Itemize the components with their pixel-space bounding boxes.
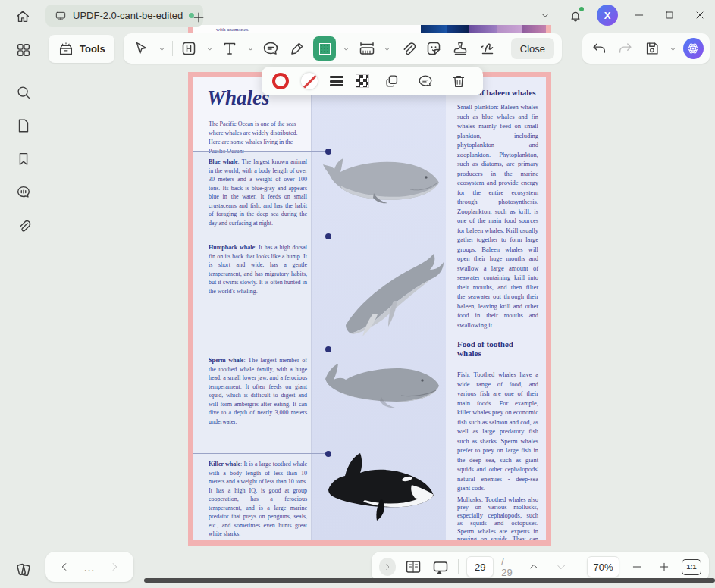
- sticker-tool-button[interactable]: [424, 38, 444, 59]
- tools-label: Tools: [80, 43, 105, 55]
- sticker-icon: [425, 39, 443, 58]
- chevron-down-icon: [383, 45, 391, 53]
- maximize-button[interactable]: [654, 0, 685, 30]
- avatar[interactable]: X: [597, 5, 618, 26]
- heading-tool-button[interactable]: [179, 38, 199, 59]
- save-button[interactable]: [641, 38, 662, 59]
- updf-app-window: UPDF-2.0-cant-be-edited X: [0, 0, 715, 588]
- opacity-button[interactable]: [356, 74, 369, 88]
- stamp-icon: [451, 39, 469, 58]
- minimize-button[interactable]: [624, 0, 654, 30]
- pen-tool-button[interactable]: [287, 38, 307, 59]
- timeline-rule-humpback-whale: [193, 236, 331, 236]
- timeline-rule-sperm-whale: [193, 349, 331, 349]
- sperm-whale-text: : The largest member of the toothed whal…: [209, 357, 307, 425]
- document-tab[interactable]: UPDF-2.0-cant-be-edited: [45, 5, 203, 27]
- duplicate-annotation-button[interactable]: [381, 70, 403, 92]
- home-icon: [14, 8, 31, 25]
- save-dropdown[interactable]: [668, 44, 677, 53]
- zoom-out-button[interactable]: [627, 556, 647, 577]
- zoom-level-value: 70%: [594, 561, 613, 573]
- zoom-level-display[interactable]: 70%: [587, 556, 619, 577]
- search-icon: [15, 84, 32, 101]
- bookmark-icon: [15, 151, 32, 167]
- chevron-right-icon: [383, 562, 392, 571]
- page-number-input[interactable]: [466, 556, 494, 577]
- heading-tool-dropdown[interactable]: [205, 44, 213, 53]
- collapse-panel-button[interactable]: [379, 558, 396, 576]
- shape-tool-dropdown[interactable]: [342, 44, 350, 53]
- select-tool-button[interactable]: [131, 38, 152, 59]
- page-down-button[interactable]: [551, 556, 571, 577]
- chevron-down-icon: [539, 9, 551, 21]
- presentation-mode-button[interactable]: [431, 556, 450, 577]
- document-tab-icon: [55, 10, 67, 22]
- horizontal-scrollbar[interactable]: [144, 578, 715, 583]
- window-menu-button[interactable]: [530, 0, 560, 30]
- chevron-right-icon: [108, 561, 121, 573]
- previous-page-button[interactable]: [54, 556, 75, 577]
- signature-icon: [478, 39, 496, 58]
- select-tool-dropdown[interactable]: [158, 44, 166, 53]
- delete-annotation-button[interactable]: [448, 70, 469, 92]
- close-window-button[interactable]: [685, 0, 715, 30]
- square-shape-icon: [319, 43, 331, 55]
- timeline-dot: [325, 451, 331, 457]
- sidebar-item-attachments[interactable]: [13, 215, 34, 236]
- text-tool-dropdown[interactable]: [246, 44, 254, 53]
- tools-icon: [58, 41, 74, 58]
- sidebar-item-thumbnails[interactable]: [13, 39, 34, 61]
- sidebar-item-pages[interactable]: [13, 115, 34, 136]
- page-up-button[interactable]: [524, 556, 544, 577]
- zoom-in-button[interactable]: [654, 556, 674, 577]
- measure-tool-button[interactable]: [357, 38, 378, 59]
- shape-tool-button-active[interactable]: [313, 36, 336, 61]
- tools-button[interactable]: Tools: [49, 35, 114, 63]
- timeline-dot: [325, 233, 331, 239]
- history-toolbar: [582, 33, 710, 64]
- notification-dot: [579, 7, 584, 11]
- ai-atom-icon: [685, 41, 701, 56]
- line-thickness-button[interactable]: [330, 76, 343, 86]
- stroke-color-red-swatch[interactable]: [272, 73, 289, 89]
- signature-tool-button[interactable]: [476, 38, 497, 59]
- reading-theme-button[interactable]: [14, 558, 35, 580]
- stamp-tool-button[interactable]: [450, 38, 471, 59]
- blue-whale-text: : The largest known animal in the world,…: [209, 158, 307, 227]
- close-tools-button[interactable]: Close: [511, 38, 554, 59]
- document-title: Whales: [207, 86, 270, 110]
- comment-annotation-button[interactable]: [415, 70, 436, 92]
- toolbar-divider: [503, 41, 503, 56]
- text-icon: [221, 39, 239, 58]
- comment-icon: [417, 73, 434, 89]
- chevron-down-icon: [555, 561, 567, 573]
- redo-button[interactable]: [615, 38, 635, 59]
- sidebar-item-bookmarks[interactable]: [13, 149, 34, 170]
- measure-tool-dropdown[interactable]: [383, 44, 391, 53]
- page-total-label: / 29: [501, 555, 516, 578]
- ai-assistant-button[interactable]: [683, 38, 704, 59]
- comment-tool-button[interactable]: [261, 38, 281, 59]
- chevron-left-icon: [58, 561, 71, 573]
- sidebar-item-annotations[interactable]: [13, 182, 34, 203]
- home-button[interactable]: [12, 6, 33, 27]
- ruler-icon: [358, 39, 376, 58]
- text-tool-button[interactable]: [220, 38, 240, 59]
- no-fill-swatch[interactable]: [301, 73, 318, 89]
- paperclip-icon: [399, 39, 417, 58]
- sidebar-item-search[interactable]: [13, 82, 34, 103]
- pdf-page[interactable]: Whales The Pacific Ocean is one of the s…: [188, 72, 551, 546]
- attachment-tool-button[interactable]: [398, 38, 419, 59]
- title-bar: UPDF-2.0-cant-be-edited X: [0, 0, 715, 30]
- toolbar-divider: [172, 41, 173, 56]
- next-page-button[interactable]: [104, 556, 125, 577]
- more-pages-button[interactable]: …: [83, 561, 96, 574]
- actual-size-button[interactable]: 1:1: [682, 559, 701, 575]
- new-tab-button[interactable]: [188, 7, 209, 28]
- undo-button[interactable]: [588, 38, 609, 59]
- chevron-up-icon: [528, 561, 540, 573]
- humpback-whale-illustration: [338, 248, 444, 339]
- page-layout-button[interactable]: [403, 556, 423, 577]
- save-icon: [644, 40, 660, 57]
- notifications-button[interactable]: [560, 0, 591, 30]
